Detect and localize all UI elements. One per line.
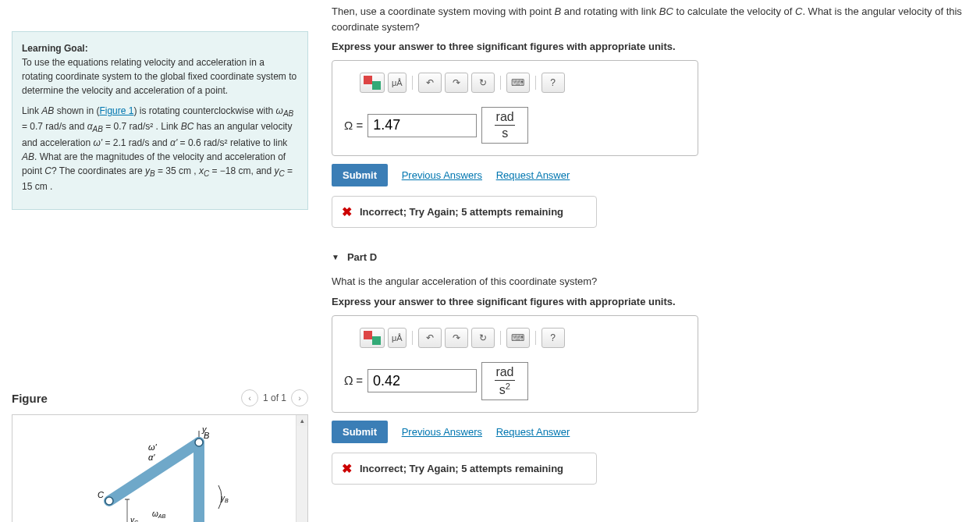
incorrect-icon: ✖ bbox=[342, 204, 352, 219]
partc-submit-button[interactable]: Submit bbox=[332, 164, 388, 186]
toolbar-separator bbox=[535, 76, 536, 90]
svg-text:ωAB: ωAB bbox=[152, 510, 165, 519]
partd-answer-box: μÅ ↶ ↷ ↻ ⌨ ? Ω̇ = rad s2 bbox=[332, 315, 698, 413]
svg-text:yB: yB bbox=[220, 494, 229, 503]
toolbar-separator bbox=[500, 331, 501, 345]
partd-header: Part D bbox=[347, 251, 377, 263]
svg-point-11 bbox=[105, 497, 113, 505]
partd-feedback: ✖ Incorrect; Try Again; 5 attempts remai… bbox=[332, 453, 597, 485]
figure-viewport: x y B C ω' α' yB ωAB αAB bbox=[12, 414, 308, 522]
special-chars-button[interactable]: μÅ bbox=[388, 73, 407, 93]
templates-button[interactable] bbox=[360, 328, 385, 348]
figure-diagram: x y B C ω' α' yB ωAB αAB bbox=[51, 423, 269, 522]
keyboard-button[interactable]: ⌨ bbox=[506, 328, 530, 348]
partc-feedback: ✖ Incorrect; Try Again; 5 attempts remai… bbox=[332, 196, 597, 228]
partd-answer-input[interactable] bbox=[368, 369, 477, 392]
partd-feedback-text: Incorrect; Try Again; 5 attempts remaini… bbox=[360, 463, 563, 474]
partc-feedback-text: Incorrect; Try Again; 5 attempts remaini… bbox=[360, 206, 563, 218]
partd-prompt: What is the angular acceleration of this… bbox=[332, 274, 968, 289]
partd-unit-box[interactable]: rad s2 bbox=[481, 362, 528, 400]
redo-button[interactable]: ↷ bbox=[445, 73, 468, 93]
special-chars-button[interactable]: μÅ bbox=[388, 328, 407, 348]
partc-prompt: Then, use a coordinate system moving wit… bbox=[332, 4, 968, 34]
svg-point-9 bbox=[195, 439, 203, 446]
partc-unit-box[interactable]: rad s bbox=[481, 107, 528, 144]
keyboard-button[interactable]: ⌨ bbox=[506, 73, 530, 93]
partc-input-label: Ω = bbox=[344, 119, 363, 132]
svg-text:ω': ω' bbox=[148, 442, 158, 452]
svg-text:C: C bbox=[98, 490, 104, 499]
partd-submit-button[interactable]: Submit bbox=[332, 421, 388, 443]
figure-prev-button[interactable]: ‹ bbox=[241, 389, 258, 407]
unit-numerator: rad bbox=[496, 111, 514, 123]
partd-request-answer-link[interactable]: Request Answer bbox=[496, 426, 570, 438]
redo-button[interactable]: ↷ bbox=[445, 328, 468, 348]
svg-text:α': α' bbox=[148, 453, 155, 462]
learning-goal-p2: Link AB shown in (Figure 1) is rotating … bbox=[22, 104, 298, 194]
reset-button[interactable]: ↻ bbox=[471, 73, 495, 93]
unit-denominator: s2 bbox=[499, 382, 510, 396]
toolbar-separator bbox=[500, 76, 501, 90]
scroll-up-icon[interactable]: ▴ bbox=[296, 415, 308, 426]
incorrect-icon: ✖ bbox=[342, 461, 352, 476]
partc-instruct: Express your answer to three significant… bbox=[332, 41, 968, 52]
learning-goal-heading: Learning Goal: bbox=[22, 43, 88, 54]
partc-previous-answers-link[interactable]: Previous Answers bbox=[402, 169, 482, 181]
help-button[interactable]: ? bbox=[541, 328, 565, 348]
learning-goal-box: Learning Goal:To use the equations relat… bbox=[12, 31, 308, 210]
toolbar-separator bbox=[535, 331, 536, 345]
reset-button[interactable]: ↻ bbox=[471, 328, 495, 348]
figure-title: Figure bbox=[12, 392, 48, 405]
undo-button[interactable]: ↶ bbox=[418, 328, 442, 348]
fraction-line bbox=[495, 125, 515, 126]
svg-text:yC: yC bbox=[130, 516, 139, 522]
partd-collapse-toggle[interactable]: ▼ bbox=[332, 253, 339, 261]
toolbar-separator bbox=[412, 76, 413, 90]
partd-instruct: Express your answer to three significant… bbox=[332, 296, 968, 307]
partd-previous-answers-link[interactable]: Previous Answers bbox=[402, 426, 482, 438]
figure-link[interactable]: Figure 1 bbox=[99, 105, 133, 116]
fraction-line bbox=[495, 380, 515, 381]
unit-denominator: s bbox=[502, 127, 508, 140]
partc-answer-input[interactable] bbox=[368, 114, 477, 137]
svg-text:B: B bbox=[204, 431, 209, 440]
toolbar-separator bbox=[412, 331, 413, 345]
undo-button[interactable]: ↶ bbox=[418, 73, 442, 93]
figure-scrollbar[interactable]: ▴ ▾ bbox=[296, 415, 307, 522]
partc-request-answer-link[interactable]: Request Answer bbox=[496, 169, 570, 181]
learning-goal-p1: To use the equations relating velocity a… bbox=[22, 57, 296, 96]
figure-nav-label: 1 of 1 bbox=[263, 392, 286, 403]
help-button[interactable]: ? bbox=[541, 73, 565, 93]
partd-input-label: Ω̇ = bbox=[344, 374, 363, 388]
unit-numerator: rad bbox=[495, 366, 513, 378]
templates-button[interactable] bbox=[360, 73, 385, 93]
figure-next-button[interactable]: › bbox=[291, 389, 308, 407]
partc-answer-box: μÅ ↶ ↷ ↻ ⌨ ? Ω = rad s bbox=[332, 60, 698, 156]
